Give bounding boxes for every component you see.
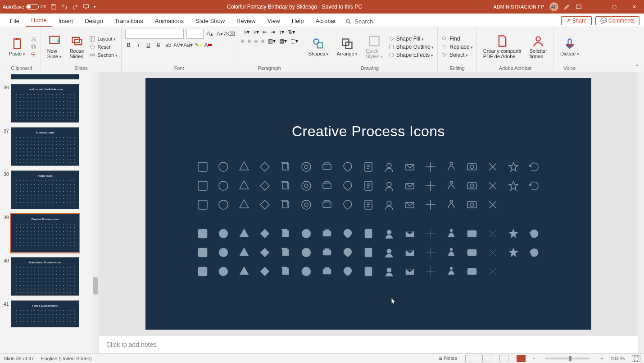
creative-icon[interactable] — [319, 197, 335, 212]
creative-icon[interactable] — [423, 226, 438, 241]
replace-button[interactable]: Replace — [441, 44, 473, 50]
increase-indent-icon[interactable]: ⇥ — [271, 29, 275, 35]
creative-icon[interactable] — [340, 159, 355, 175]
creative-icon[interactable] — [381, 159, 397, 175]
creative-icon[interactable] — [506, 226, 521, 241]
bullets-icon[interactable]: ≡▾ — [244, 29, 249, 35]
bold-button[interactable]: B — [125, 41, 132, 49]
change-case-icon[interactable]: Aa▾ — [185, 41, 192, 49]
creative-icon[interactable] — [195, 197, 210, 212]
creative-icon[interactable] — [361, 264, 376, 279]
creative-icon[interactable] — [257, 159, 272, 175]
creative-icon[interactable] — [299, 264, 314, 279]
creative-icon[interactable] — [444, 197, 459, 212]
creative-icon[interactable] — [278, 159, 293, 175]
creative-icon[interactable] — [236, 226, 252, 241]
creative-icon[interactable] — [195, 178, 210, 193]
creative-icon[interactable] — [236, 264, 252, 279]
zoom-out-button[interactable]: − — [533, 356, 535, 361]
zoom-knob[interactable] — [569, 356, 571, 361]
creative-icon[interactable] — [299, 226, 314, 241]
creative-icon[interactable] — [464, 264, 480, 279]
creative-icon[interactable] — [402, 245, 417, 260]
creative-icon[interactable] — [340, 264, 355, 279]
reading-view-icon[interactable] — [499, 355, 508, 362]
creative-icon[interactable] — [216, 197, 231, 212]
creative-icon[interactable] — [381, 264, 397, 279]
creative-icon[interactable] — [485, 245, 500, 260]
increase-font-icon[interactable]: A▴ — [206, 30, 213, 37]
creative-icon[interactable] — [299, 197, 314, 212]
creative-icon[interactable] — [257, 226, 272, 241]
notes-toggle[interactable]: ≣ Notes — [439, 355, 457, 361]
creative-icon[interactable] — [402, 226, 417, 241]
creative-icon[interactable] — [319, 264, 335, 279]
tab-help[interactable]: Help — [286, 15, 309, 27]
autosave-toggle[interactable]: AutoSave Off — [3, 4, 46, 9]
creative-icon[interactable] — [381, 178, 397, 193]
creative-icon[interactable] — [195, 264, 210, 279]
creative-icon[interactable] — [340, 197, 355, 212]
creative-icon[interactable] — [444, 159, 459, 175]
creative-icon[interactable] — [402, 159, 417, 175]
tab-transitions[interactable]: Transitions — [109, 15, 149, 27]
slide-thumbnail-40[interactable]: Educational Process Icons — [11, 257, 79, 296]
creative-icon[interactable] — [423, 159, 438, 175]
tab-insert[interactable]: Insert — [53, 15, 79, 27]
thumb-partial[interactable] — [11, 74, 79, 79]
creative-icon[interactable] — [485, 159, 500, 175]
creative-icon[interactable] — [464, 245, 480, 260]
shape-effects-button[interactable]: Shape Effects — [388, 52, 434, 58]
creative-icon[interactable] — [506, 178, 521, 193]
numbering-icon[interactable]: ≡▾ — [253, 29, 259, 35]
creative-icon[interactable] — [526, 178, 542, 193]
undo-icon[interactable] — [61, 4, 68, 10]
creative-icon[interactable] — [361, 178, 376, 193]
creative-icon[interactable] — [257, 178, 272, 193]
creative-icon[interactable] — [299, 159, 314, 175]
creative-icon[interactable] — [319, 178, 335, 193]
slide-thumbnail-41[interactable]: Help & Support Icons — [11, 300, 79, 327]
columns-icon[interactable]: ▥▾ — [268, 38, 276, 44]
creative-icon[interactable] — [381, 197, 397, 212]
autosave-pill[interactable] — [26, 4, 39, 9]
create-pdf-button[interactable]: Crear y compartir PDF de Adobe — [481, 34, 524, 60]
creative-icon[interactable] — [216, 178, 231, 193]
clear-format-icon[interactable]: A⌫ — [226, 30, 233, 37]
creative-icon[interactable] — [278, 197, 293, 212]
creative-icon[interactable] — [444, 264, 459, 279]
layout-button[interactable]: Layout — [89, 36, 117, 42]
creative-icon[interactable] — [526, 245, 542, 260]
language-status[interactable]: English (United States) — [41, 356, 92, 361]
creative-icon[interactable] — [236, 245, 252, 260]
section-button[interactable]: Section — [89, 52, 117, 58]
slide-canvas-area[interactable]: Creative Process Icons — [99, 72, 638, 335]
font-size-input[interactable] — [186, 29, 204, 39]
pen-mode-icon[interactable] — [564, 4, 570, 10]
zoom-level[interactable]: 104 % — [611, 356, 625, 361]
creative-icon[interactable] — [195, 226, 210, 241]
underline-button[interactable]: U — [145, 41, 152, 49]
notes-pane[interactable]: Click to add notes — [99, 335, 638, 353]
zoom-in-button[interactable]: + — [600, 356, 603, 361]
sorter-view-icon[interactable] — [482, 355, 491, 362]
italic-button[interactable]: I — [135, 41, 142, 49]
slideshow-view-icon[interactable] — [517, 355, 526, 362]
creative-icon[interactable] — [236, 197, 252, 212]
smartart-icon[interactable]: ⬚▾ — [290, 38, 298, 44]
creative-icon[interactable] — [278, 178, 293, 193]
thumbnails-scrollbar[interactable] — [92, 72, 99, 353]
font-name-input[interactable] — [125, 29, 184, 39]
creative-icon[interactable] — [402, 264, 417, 279]
icon-grid[interactable] — [204, 159, 533, 279]
comments-button[interactable]: 💬 Comments — [595, 16, 639, 25]
creative-icon[interactable] — [464, 197, 480, 212]
creative-icon[interactable] — [402, 197, 417, 212]
align-center-icon[interactable]: ≡ — [248, 38, 251, 44]
arrange-button[interactable]: Arrange — [334, 37, 361, 57]
creative-icon[interactable] — [236, 178, 252, 193]
creative-icon[interactable] — [340, 178, 355, 193]
text-direction-icon[interactable]: ⇅▾ — [288, 29, 295, 35]
align-right-icon[interactable]: ≡ — [254, 38, 258, 44]
creative-icon[interactable] — [278, 226, 293, 241]
